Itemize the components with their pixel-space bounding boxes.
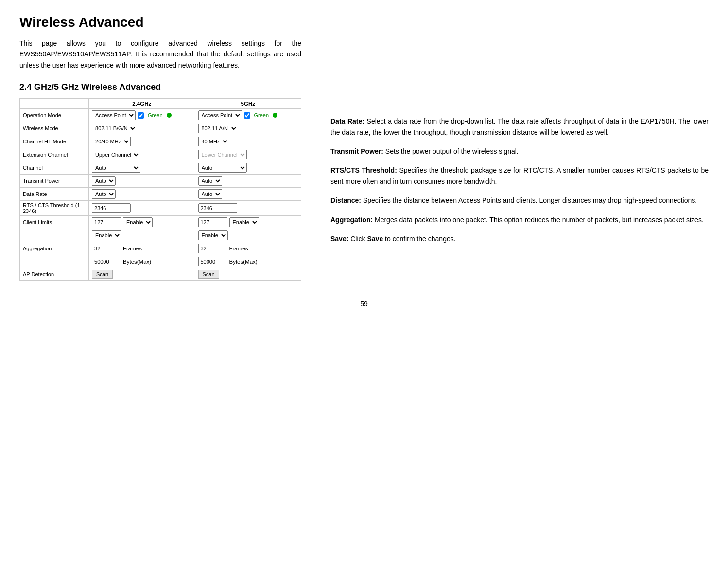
- rts-cts-24-input[interactable]: [92, 203, 131, 213]
- settings-table: 2.4GHz 5GHz Operation Mode Access Point: [19, 98, 301, 281]
- transmit-power-5-select[interactable]: Auto: [198, 176, 222, 186]
- table-row: AP Detection Scan Scan: [20, 268, 301, 281]
- row-label-transmit-power: Transmit Power: [20, 175, 89, 188]
- table-row: Data Rate Auto Auto: [20, 188, 301, 201]
- data-rate-24-select[interactable]: Auto: [92, 189, 116, 199]
- save-bold: Save: [367, 235, 383, 243]
- aggregation-frames-5-input[interactable]: [198, 244, 227, 253]
- aggregation-bytes-24-label: Bytes(Max): [123, 259, 151, 265]
- extension-channel-24-select[interactable]: Upper Channel: [92, 150, 140, 159]
- green-checkbox-24[interactable]: [138, 112, 144, 119]
- intro-text: This page allows you to configure advanc…: [19, 38, 301, 71]
- table-row: Extension Channel Upper Channel Lower Ch…: [20, 148, 301, 161]
- green-dot-24: [167, 113, 172, 118]
- channel-ht-24-select[interactable]: 20/40 MHz: [92, 137, 131, 146]
- col-24ghz-header: 2.4GHz: [89, 99, 195, 109]
- client-limits-5-enable[interactable]: Enable: [229, 217, 259, 227]
- table-row: Transmit Power Auto Auto: [20, 175, 301, 188]
- row-label-extension-channel: Extension Channel: [20, 148, 89, 161]
- transmit-power-desc: Sets the power output of the wireless si…: [385, 147, 519, 155]
- table-row: Channel Auto Auto: [20, 161, 301, 175]
- aggregation-frames-5-label: Frames: [229, 246, 248, 251]
- aggregation-term: Aggregation:: [330, 216, 373, 224]
- scan-button-24[interactable]: Scan: [92, 270, 113, 279]
- aggregation-bytes-5-label: Bytes(Max): [229, 259, 258, 265]
- rts-cts-term: RTS/CTS Threshold:: [330, 166, 397, 174]
- transmit-power-term: Transmit Power:: [330, 147, 383, 155]
- channel-24-select[interactable]: Auto: [92, 163, 140, 173]
- green-checkbox-5[interactable]: [244, 112, 250, 119]
- data-rate-description: Data Rate: Select a data rate from the d…: [330, 116, 709, 138]
- save-desc2: to confirm the changes.: [385, 235, 456, 243]
- aggregation-frames-24-input[interactable]: [92, 244, 121, 253]
- table-row: Wireless Mode 802.11 B/G/N 802.11 A/N: [20, 122, 301, 135]
- row-label-channel-ht: Channel HT Mode: [20, 135, 89, 148]
- extension-channel-5-select[interactable]: Lower Channel: [198, 150, 247, 159]
- row-label-data-rate: Data Rate: [20, 188, 89, 201]
- distance-description: Distance: Specifies the distance between…: [330, 195, 709, 206]
- row-label-aggregation: Aggregation: [20, 242, 89, 255]
- green-dot-5: [273, 113, 277, 118]
- channel-5-select[interactable]: Auto: [198, 163, 247, 173]
- page-number: 59: [19, 300, 709, 308]
- operation-mode-5-select[interactable]: Access Point: [198, 110, 242, 120]
- distance-term: Distance:: [330, 196, 361, 204]
- page-title: Wireless Advanced: [19, 15, 709, 30]
- scan-button-5[interactable]: Scan: [198, 270, 219, 279]
- row-label-rts-cts: RTS / CTS Threshold (1 - 2346): [20, 201, 89, 216]
- table-row: Channel HT Mode 20/40 MHz 40 MHz: [20, 135, 301, 148]
- wireless-mode-5-select[interactable]: 802.11 A/N: [198, 124, 238, 133]
- row-label-wireless-mode: Wireless Mode: [20, 122, 89, 135]
- section-title: 2.4 GHz/5 GHz Wireless Advanced: [19, 82, 301, 92]
- transmit-power-24-select[interactable]: Auto: [92, 176, 116, 186]
- row-label-ap-detection: AP Detection: [20, 268, 89, 281]
- aggregation-desc: Merges data packets into one packet. Thi…: [375, 216, 704, 224]
- green-label-24: Green: [148, 112, 163, 118]
- table-row: Enable Enable: [20, 229, 301, 242]
- table-row: RTS / CTS Threshold (1 - 2346): [20, 201, 301, 216]
- operation-mode-24-select[interactable]: Access Point: [92, 110, 136, 120]
- data-rate-5-select[interactable]: Auto: [198, 189, 222, 199]
- enable-24-select[interactable]: Enable: [92, 230, 121, 240]
- data-rate-term: Data Rate:: [330, 117, 364, 125]
- aggregation-frames-24-label: Frames: [123, 246, 142, 251]
- right-column: Data Rate: Select a data rate from the d…: [321, 38, 709, 281]
- transmit-power-description: Transmit Power: Sets the power output of…: [330, 146, 709, 157]
- table-row: Bytes(Max) Bytes(Max): [20, 255, 301, 268]
- operation-mode-5[interactable]: Access Point Green: [195, 109, 301, 122]
- distance-desc: Specifies the distance between Access Po…: [363, 196, 697, 204]
- table-row: Operation Mode Access Point Green: [20, 109, 301, 122]
- row-label-channel: Channel: [20, 161, 89, 175]
- aggregation-description: Aggregation: Merges data packets into on…: [330, 214, 709, 226]
- aggregation-bytes-5-input[interactable]: [198, 257, 227, 266]
- aggregation-bytes-24-input[interactable]: [92, 257, 121, 266]
- col-empty-header: [20, 99, 89, 109]
- row-label-client-limits: Client Limits: [20, 216, 89, 229]
- save-desc1: Click: [350, 235, 365, 243]
- save-description: Save: Click Save to confirm the changes.: [330, 233, 709, 245]
- col-5ghz-header: 5GHz: [195, 99, 301, 109]
- channel-ht-5-select[interactable]: 40 MHz: [198, 137, 229, 146]
- table-row: Aggregation Frames Frames: [20, 242, 301, 255]
- rts-cts-5-input[interactable]: [198, 203, 237, 213]
- row-label-aggregation-bytes: [20, 255, 89, 268]
- client-limits-5-input[interactable]: [198, 217, 227, 227]
- data-rate-desc: Select a data rate from the drop-down li…: [330, 117, 709, 136]
- operation-mode-24[interactable]: Access Point Green: [89, 109, 195, 122]
- table-row: Client Limits Enable: [20, 216, 301, 229]
- enable-5-select[interactable]: Enable: [198, 230, 228, 240]
- client-limits-24-enable[interactable]: Enable: [123, 217, 153, 227]
- client-limits-24-input[interactable]: [92, 217, 121, 227]
- save-term: Save:: [330, 235, 348, 243]
- rts-cts-description: RTS/CTS Threshold: Specifies the thresho…: [330, 165, 709, 187]
- wireless-mode-24-select[interactable]: 802.11 B/G/N: [92, 124, 137, 133]
- row-label-empty: [20, 229, 89, 242]
- green-label-5: Green: [254, 112, 269, 118]
- row-label-operation-mode: Operation Mode: [20, 109, 89, 122]
